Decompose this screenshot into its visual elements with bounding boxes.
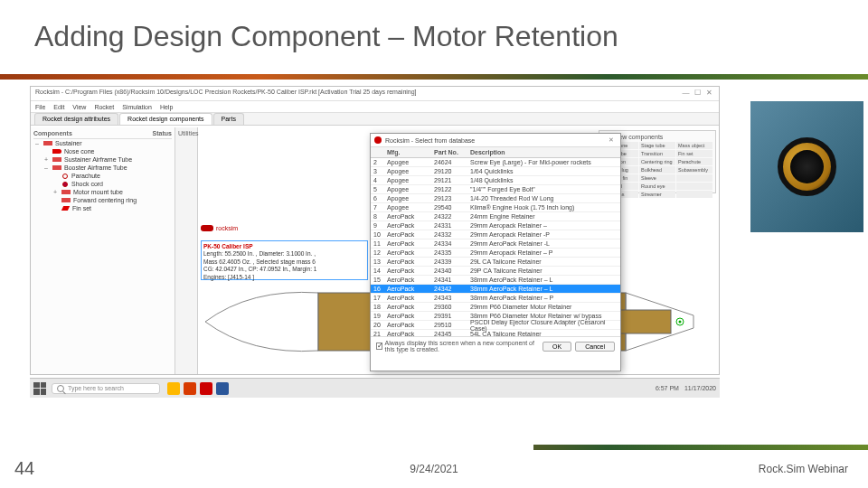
app-screenshot: Rocksim - C:/Program Files (x86)/Rocksim…: [30, 86, 720, 398]
table-row[interactable]: 10AeroPack2433229mm Aeropack Retainer -P: [371, 230, 620, 239]
table-row[interactable]: 6Apogee291231/4-20 Threaded Rod W Long: [371, 194, 620, 203]
tree-item[interactable]: –Booster Airframe Tube: [33, 164, 172, 172]
app-icon: [374, 136, 382, 144]
sus-icon: [43, 141, 52, 145]
page-number: 44: [14, 458, 34, 479]
table-row[interactable]: 17AeroPack2434338mm AeroPack Retainer – …: [371, 294, 620, 303]
ok-button[interactable]: OK: [542, 342, 571, 352]
dialog-title: Rocksim - Select from database: [385, 137, 606, 144]
tree-item[interactable]: Forward centering ring: [33, 196, 172, 204]
component-btn[interactable]: Fin set: [676, 150, 712, 157]
dialog-close-button[interactable]: ✕: [606, 136, 617, 144]
taskbar-apps: [167, 382, 229, 395]
view-tab[interactable]: rocksim: [201, 225, 238, 231]
menu-file[interactable]: File: [35, 104, 45, 110]
select-database-dialog: Rocksim - Select from database ✕ Mfg. Pa…: [370, 133, 621, 371]
title-bar: Rocksim - C:/Program Files (x86)/Rocksim…: [31, 87, 719, 101]
table-row[interactable]: 15AeroPack2434138mm AeroPack Retainer – …: [371, 276, 620, 285]
always-display-checkbox[interactable]: Always display this screen when a new co…: [376, 340, 542, 352]
table-row[interactable]: 11AeroPack2433429mm AeroPack Retainer -L: [371, 239, 620, 249]
tree-item[interactable]: –Sustainer: [33, 139, 172, 147]
table-row[interactable]: 4Apogee291211/48 Quicklinks: [371, 176, 620, 185]
component-btn[interactable]: Bulkhead: [639, 166, 675, 174]
menu-simulation[interactable]: Simulation: [122, 104, 152, 110]
massm-icon: [62, 182, 68, 187]
table-row[interactable]: 7Apogee29540Klima® Engine Hook (1.75 Inc…: [371, 203, 620, 212]
table-row[interactable]: 13AeroPack2433929L CA Tailcone Retainer: [371, 258, 620, 267]
dialog-title-bar: Rocksim - Select from database ✕: [371, 134, 620, 147]
tree-item[interactable]: Nose cone: [33, 147, 172, 155]
component-btn[interactable]: [676, 174, 712, 182]
footer-title: Rock.Sim Webinar: [759, 463, 848, 475]
design-view: Add new components Nose coneStage tubeMa…: [198, 127, 719, 374]
app-explorer-icon[interactable]: [167, 382, 180, 395]
accent-bar-bottom: [0, 445, 868, 450]
tree-item[interactable]: Shock cord: [33, 180, 172, 188]
table-row[interactable]: 8AeroPack2432224mm Engine Retainer: [371, 212, 620, 221]
motor-retainer-photo: [750, 101, 863, 232]
tab-attributes[interactable]: Rocket design attributes: [34, 113, 118, 125]
menu-bar: File Edit View Rocket Simulation Help: [31, 101, 719, 113]
table-row[interactable]: 5Apogee29122"1/4"" Forged Eye Bolt": [371, 185, 620, 194]
menu-edit[interactable]: Edit: [53, 104, 64, 110]
component-btn[interactable]: Parachute: [676, 158, 712, 165]
tab-parts[interactable]: Parts: [213, 113, 244, 125]
component-btn[interactable]: Sleeve: [639, 174, 675, 182]
tray-time: 6:57 PM: [656, 385, 679, 391]
nc-icon: [52, 149, 61, 154]
parts-table[interactable]: Mfg. Part No. Description 2Apogee24624Sc…: [371, 147, 620, 337]
table-row[interactable]: 3Apogee291201/64 Quicklinks: [371, 167, 620, 176]
maximize-button[interactable]: ☐: [693, 89, 703, 97]
table-row[interactable]: 20AeroPack29510PSCDI Delay Ejector Closu…: [371, 321, 620, 330]
menu-rocket[interactable]: Rocket: [94, 104, 114, 110]
tree-header: ComponentsStatus: [33, 130, 172, 139]
close-button[interactable]: ✕: [704, 89, 714, 97]
table-row[interactable]: 14AeroPack2434029P CA Tailcone Retainer: [371, 267, 620, 276]
table-row[interactable]: 9AeroPack2433129mm Aeropack Retainer –: [371, 221, 620, 230]
cancel-button[interactable]: Cancel: [575, 342, 615, 352]
tree-item[interactable]: Fin set: [33, 204, 172, 212]
app-rocksim-icon[interactable]: [200, 382, 212, 395]
taskbar-search[interactable]: Type here to search: [52, 383, 160, 394]
tab-components[interactable]: Rocket design components: [119, 113, 212, 125]
search-icon: [57, 385, 64, 392]
app-ppt-icon[interactable]: [184, 382, 196, 395]
checkbox-icon: [376, 343, 382, 350]
component-btn[interactable]: Transition: [639, 150, 675, 157]
component-btn[interactable]: Centering ring: [639, 158, 675, 165]
menu-help[interactable]: Help: [160, 104, 173, 110]
minimize-button[interactable]: —: [681, 89, 691, 97]
bt-icon: [52, 157, 61, 162]
bt-icon: [52, 165, 61, 170]
table-row[interactable]: 21AeroPack2434554L CA Tailcone Retainer: [371, 330, 620, 337]
table-row[interactable]: 18AeroPack2936029mm P66 Diameter Motor R…: [371, 303, 620, 312]
design-tabs: Rocket design attributes Rocket design c…: [31, 113, 719, 126]
app-word-icon[interactable]: [216, 382, 229, 395]
system-tray: 6:57 PM 11/17/2020: [656, 385, 716, 391]
dialog-footer: Always display this screen when a new co…: [371, 337, 620, 355]
component-btn[interactable]: Mass object: [676, 142, 712, 149]
component-btn[interactable]: Subassembly: [676, 166, 712, 174]
footer-date: 9/24/2021: [410, 463, 458, 475]
tree-item[interactable]: +Motor mount tube: [33, 188, 172, 196]
search-placeholder: Type here to search: [68, 385, 124, 391]
fin-icon: [61, 206, 70, 211]
component-btn[interactable]: [676, 183, 712, 190]
component-tree[interactable]: ComponentsStatus –SustainerNose cone+Sus…: [31, 127, 175, 374]
table-header: Mfg. Part No. Description: [371, 147, 620, 158]
component-btn[interactable]: [676, 191, 712, 198]
tree-item[interactable]: +Sustainer Airframe Tube: [33, 155, 172, 164]
windows-taskbar: Type here to search 6:57 PM 11/17/2020: [30, 378, 720, 398]
start-button[interactable]: [33, 382, 46, 395]
component-btn[interactable]: Round eye: [639, 183, 675, 190]
window-buttons: — ☐ ✕: [681, 89, 714, 99]
component-btn[interactable]: Stage tube: [639, 142, 675, 149]
component-btn[interactable]: Streamer: [639, 191, 675, 198]
menu-view[interactable]: View: [72, 104, 86, 110]
retainer-graphic: [778, 137, 836, 196]
tree-item[interactable]: Parachute: [33, 172, 172, 180]
mass-icon: [62, 174, 68, 179]
table-row[interactable]: 12AeroPack2433529mm Aeropack Retainer – …: [371, 249, 620, 258]
table-row[interactable]: 16AeroPack2434238mm AeroPack Retainer – …: [371, 285, 620, 294]
table-row[interactable]: 2Apogee24624Screw Eye (Large) - For Mid-…: [371, 158, 620, 167]
